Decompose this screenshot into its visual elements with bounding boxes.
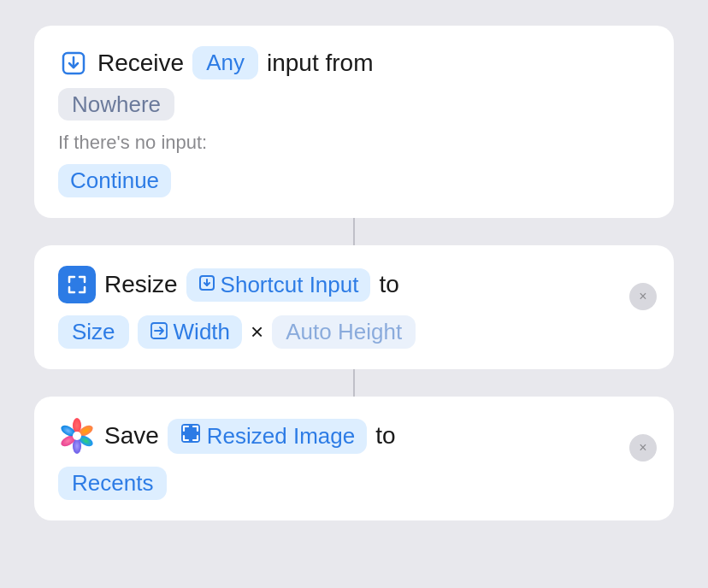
receive-line1: Receive Any input from bbox=[58, 46, 650, 79]
shortcut-input-icon bbox=[198, 274, 215, 296]
width-badge[interactable]: Width bbox=[138, 315, 242, 349]
save-card: Save Resized Image to Recents × bbox=[34, 397, 674, 520]
recents-badge[interactable]: Recents bbox=[58, 467, 167, 500]
resized-image-icon bbox=[180, 422, 202, 450]
resize-card-wrapper: Resize Shortcut Input to Size bbox=[34, 245, 674, 369]
continue-line: Continue bbox=[58, 164, 650, 197]
if-no-input-text: If there's no input: bbox=[58, 132, 650, 154]
resize-icon bbox=[58, 266, 96, 303]
save-text: Save bbox=[104, 422, 159, 450]
to-text2: to bbox=[375, 422, 395, 450]
continue-badge[interactable]: Continue bbox=[58, 164, 171, 197]
save-line2: Recents bbox=[58, 467, 650, 500]
resize-card: Resize Shortcut Input to Size bbox=[34, 245, 674, 369]
save-close-button[interactable]: × bbox=[629, 434, 657, 462]
connector-2 bbox=[353, 369, 355, 397]
receive-card: Receive Any input from Nowhere If there'… bbox=[34, 26, 674, 218]
width-icon bbox=[150, 321, 168, 344]
resize-close-button[interactable]: × bbox=[629, 283, 657, 310]
auto-height-badge[interactable]: Auto Height bbox=[272, 315, 416, 349]
receive-icon bbox=[58, 48, 89, 79]
receive-text: Receive bbox=[97, 50, 184, 77]
any-badge[interactable]: Any bbox=[192, 46, 258, 79]
times-text: × bbox=[251, 319, 263, 345]
input-from-text: input from bbox=[267, 50, 374, 77]
photos-icon bbox=[58, 417, 96, 455]
save-card-wrapper: Save Resized Image to Recents × bbox=[34, 397, 674, 520]
save-line1: Save Resized Image to bbox=[58, 417, 650, 455]
nowhere-badge[interactable]: Nowhere bbox=[58, 88, 174, 121]
resize-line1: Resize Shortcut Input to bbox=[58, 266, 650, 303]
shortcut-input-badge[interactable]: Shortcut Input bbox=[186, 268, 371, 302]
svg-point-9 bbox=[73, 432, 81, 440]
resize-line2: Size Width × Auto Height bbox=[58, 315, 650, 349]
connector-1 bbox=[353, 218, 355, 245]
to-text1: to bbox=[379, 271, 398, 298]
size-badge[interactable]: Size bbox=[58, 315, 129, 349]
resized-image-badge[interactable]: Resized Image bbox=[168, 419, 367, 454]
resize-text: Resize bbox=[104, 271, 178, 298]
